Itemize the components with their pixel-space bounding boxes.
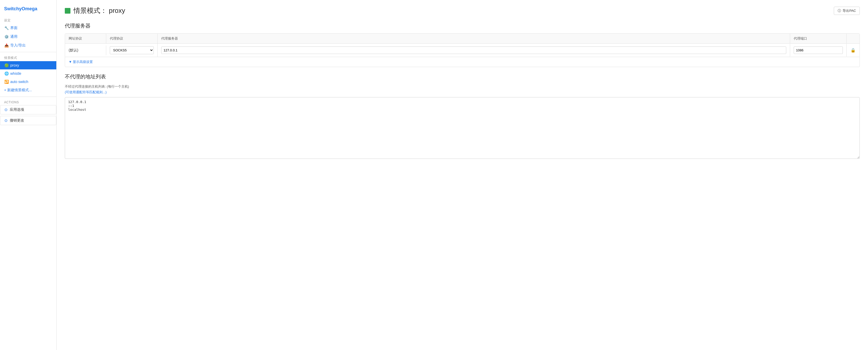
cell-proxy-server (158, 44, 790, 57)
apply-button-label: 应用选项 (10, 107, 24, 112)
col-header-proxy-protocol: 代理协议 (106, 34, 158, 43)
wildcard-link[interactable]: (可使用通配符等匹配规则...) (65, 90, 107, 95)
advanced-settings-link[interactable]: ▼ 显示高级设置 (65, 57, 860, 67)
new-profile-label: + 新建情景模式... (4, 88, 32, 93)
advanced-settings-label: ▼ 显示高级设置 (69, 60, 93, 64)
sidebar-item-ui-label: 界面 (10, 26, 18, 30)
sidebar-item-import-export-label: 导入/导出 (10, 43, 26, 48)
cell-url-protocol: (默认) (65, 45, 106, 55)
sidebar-item-proxy[interactable]: 🟢 proxy (0, 61, 56, 69)
whistle-profile-icon: 🌐 (4, 71, 9, 75)
sidebar-item-auto-switch-label: auto switch (10, 79, 28, 84)
sidebar-item-whistle[interactable]: 🌐 whistle (0, 69, 56, 77)
cell-proxy-protocol: SOCKS5 SOCKS4 HTTP HTTPS (106, 44, 158, 57)
sidebar-item-auto-switch[interactable]: 🔁 auto switch (0, 77, 56, 86)
apply-icon: ⊙ (4, 107, 8, 112)
cell-proxy-port (790, 44, 847, 57)
sidebar-item-ui[interactable]: 🔧 界面 (0, 24, 56, 32)
wrench-icon: 🔧 (4, 26, 9, 30)
page-header: 情景模式： proxy ⓘ 导出PAC (65, 6, 860, 15)
sidebar: SwitchyOmega 设定 🔧 界面 ⚙️ 通用 📥 导入/导出 情景模式 … (0, 0, 57, 350)
proxy-server-section: 代理服务器 网址协议 代理协议 代理服务器 代理端口 (默认) SOCKS5 S… (65, 22, 860, 67)
export-pac-button[interactable]: ⓘ 导出PAC (834, 7, 860, 15)
proxy-protocol-select[interactable]: SOCKS5 SOCKS4 HTTP HTTPS (110, 46, 154, 54)
actions-section-label: ACTIONS (0, 99, 56, 105)
table-row: (默认) SOCKS5 SOCKS4 HTTP HTTPS 🔒 (65, 44, 860, 57)
sidebar-item-new-profile[interactable]: + 新建情景模式... (0, 86, 56, 95)
revert-icon: ⊙ (4, 118, 8, 123)
export-pac-label: 导出PAC (842, 8, 856, 13)
proxy-server-input[interactable] (161, 46, 786, 54)
title-area: 情景模式： proxy (65, 6, 125, 15)
revert-button-label: 撤销更改 (10, 118, 24, 123)
sidebar-item-general-label: 通用 (10, 34, 18, 39)
apply-button[interactable]: ⊙ 应用选项 (0, 105, 56, 114)
proxy-profile-icon: 🟢 (4, 63, 9, 67)
auto-switch-profile-icon: 🔁 (4, 79, 9, 84)
no-proxy-textarea[interactable]: 127.0.0.1 ::1 localhost (65, 97, 860, 159)
sidebar-divider-2 (0, 97, 56, 97)
page-title: 情景模式： proxy (73, 6, 125, 15)
settings-section-label: 设定 (0, 17, 56, 24)
col-header-url-protocol: 网址协议 (65, 34, 106, 43)
no-proxy-title: 不代理的地址列表 (65, 73, 860, 80)
proxy-port-input[interactable] (794, 46, 843, 54)
main-content: 情景模式： proxy ⓘ 导出PAC 代理服务器 网址协议 代理协议 代理服务… (57, 0, 868, 350)
lock-icon: 🔒 (850, 48, 856, 53)
col-header-proxy-server: 代理服务器 (158, 34, 790, 43)
title-profile-name: proxy (109, 7, 125, 14)
sidebar-item-general[interactable]: ⚙️ 通用 (0, 32, 56, 41)
gear-icon: ⚙️ (4, 35, 9, 39)
sidebar-item-whistle-label: whistle (10, 71, 21, 75)
no-proxy-description: 不经过代理连接的主机列表: (每行一个主机) (65, 84, 860, 89)
title-prefix: 情景模式： (73, 7, 107, 14)
cell-lock: 🔒 (847, 45, 860, 55)
sidebar-item-import-export[interactable]: 📥 导入/导出 (0, 41, 56, 50)
sidebar-divider-1 (0, 52, 56, 52)
profiles-section-label: 情景模式 (0, 54, 56, 61)
no-proxy-section: 不代理的地址列表 不经过代理连接的主机列表: (每行一个主机) (可使用通配符等… (65, 73, 860, 160)
proxy-table-header: 网址协议 代理协议 代理服务器 代理端口 (65, 34, 860, 44)
sidebar-item-proxy-label: proxy (10, 63, 19, 67)
export-icon: ⓘ (838, 8, 841, 13)
app-logo: SwitchyOmega (0, 4, 56, 17)
profile-color-indicator (65, 8, 70, 13)
proxy-server-title: 代理服务器 (65, 22, 860, 29)
proxy-table: 网址协议 代理协议 代理服务器 代理端口 (默认) SOCKS5 SOCKS4 … (65, 33, 860, 67)
import-icon: 📥 (4, 43, 9, 47)
col-header-proxy-port: 代理端口 (790, 34, 847, 43)
revert-button[interactable]: ⊙ 撤销更改 (0, 116, 56, 125)
col-header-action (847, 34, 860, 43)
